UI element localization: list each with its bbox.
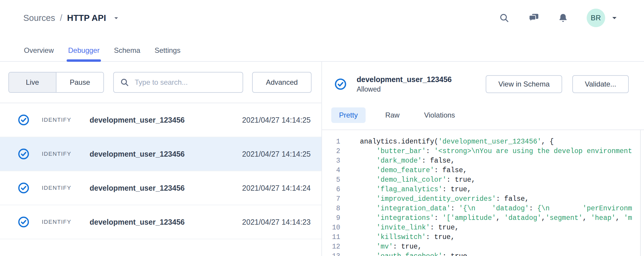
search-icon[interactable] bbox=[499, 13, 510, 23]
debugger-main: Live Pause Advanced IDENTIFY development… bbox=[0, 62, 644, 256]
code-text: 'flag_analytics': true, bbox=[340, 185, 471, 194]
code-line: 1analytics.identify('development_user_12… bbox=[322, 137, 644, 146]
check-circle-icon bbox=[18, 182, 29, 194]
line-number: 8 bbox=[322, 204, 340, 213]
code-block[interactable]: 1analytics.identify('development_user_12… bbox=[322, 130, 644, 256]
event-timestamp: 2021/04/27 14:14:24 bbox=[242, 184, 311, 192]
line-number: 12 bbox=[322, 242, 340, 252]
event-search[interactable] bbox=[113, 72, 243, 93]
header-actions: BR bbox=[499, 8, 618, 27]
live-pause-toggle: Live Pause bbox=[8, 72, 104, 93]
code-line: 6 'flag_analytics': true, bbox=[322, 185, 644, 194]
code-line: 7 'improved_identity_overrides': false, bbox=[322, 194, 644, 204]
event-name: development_user_123456 bbox=[90, 184, 242, 192]
code-text: 'butter_bar': '<strong>\nYou are using t… bbox=[340, 146, 632, 156]
code-line: 13 'oauth_facebook': true, bbox=[322, 252, 644, 256]
search-input-icon bbox=[120, 78, 129, 87]
view-in-schema-button[interactable]: View in Schema bbox=[486, 75, 562, 93]
status-badge: Allowed bbox=[357, 84, 452, 94]
code-line: 3 'dark_mode': false, bbox=[322, 156, 644, 166]
code-line: 2 'butter_bar': '<strong>\nYou are using… bbox=[322, 146, 644, 156]
code-text: 'demo_link_color': true, bbox=[340, 175, 475, 185]
check-circle-icon bbox=[18, 114, 29, 126]
event-name: development_user_123456 bbox=[90, 150, 242, 158]
code-line: 10 'invite_link': true, bbox=[322, 223, 644, 232]
event-type: IDENTIFY bbox=[42, 185, 90, 191]
code-line: 9 'integrations': '['amplitude', 'datado… bbox=[322, 213, 644, 223]
line-number: 3 bbox=[322, 156, 340, 166]
event-type: IDENTIFY bbox=[42, 117, 90, 123]
validate-button[interactable]: Validate... bbox=[572, 75, 629, 93]
code-text: 'integrations': '['amplitude', 'datadog'… bbox=[340, 213, 632, 223]
event-timestamp: 2021/04/27 14:14:23 bbox=[242, 218, 311, 226]
line-number: 13 bbox=[322, 252, 340, 256]
event-list-panel: Live Pause Advanced IDENTIFY development… bbox=[0, 62, 322, 256]
user-menu[interactable]: BR bbox=[587, 9, 618, 27]
line-number: 11 bbox=[322, 232, 340, 242]
line-number: 1 bbox=[322, 137, 340, 146]
pause-button[interactable]: Pause bbox=[56, 73, 103, 92]
app-header: Sources / HTTP API BR bbox=[0, 0, 644, 62]
event-row[interactable]: IDENTIFY development_user_123456 2021/04… bbox=[0, 205, 321, 239]
event-row[interactable]: IDENTIFY development_user_123456 2021/04… bbox=[0, 103, 321, 137]
avatar[interactable]: BR bbox=[587, 9, 605, 27]
code-text: 'mv': true, bbox=[340, 242, 422, 252]
event-detail-panel: development_user_123456 Allowed View in … bbox=[322, 62, 644, 256]
chat-icon[interactable] bbox=[528, 12, 539, 24]
event-name: development_user_123456 bbox=[90, 116, 242, 124]
code-text: 'invite_link': true, bbox=[340, 223, 459, 232]
check-circle-icon bbox=[18, 216, 29, 228]
event-timestamp: 2021/04/27 14:14:25 bbox=[242, 116, 311, 124]
event-row-selected[interactable]: IDENTIFY development_user_123456 2021/04… bbox=[0, 137, 321, 171]
check-circle-icon bbox=[335, 78, 346, 90]
search-input[interactable] bbox=[135, 78, 237, 87]
event-type: IDENTIFY bbox=[42, 151, 90, 157]
code-line: 8 'integration_data': '{\n 'datadog': {\… bbox=[322, 204, 644, 213]
event-detail-title: development_user_123456 bbox=[357, 74, 452, 84]
event-detail-header: development_user_123456 Allowed View in … bbox=[335, 73, 629, 95]
code-scrollbar-track[interactable] bbox=[640, 130, 641, 256]
breadcrumb-current-source: HTTP API bbox=[67, 13, 106, 23]
line-number: 6 bbox=[322, 185, 340, 194]
check-circle-icon bbox=[18, 148, 29, 160]
code-text: 'integration_data': '{\n 'datadog': {\n … bbox=[340, 204, 632, 213]
payload-view-tabs: Pretty Raw Violations bbox=[331, 107, 460, 123]
breadcrumb: Sources / HTTP API bbox=[23, 13, 119, 23]
tab-raw[interactable]: Raw bbox=[381, 107, 404, 123]
live-button[interactable]: Live bbox=[9, 73, 56, 92]
event-timestamp: 2021/04/27 14:14:25 bbox=[242, 150, 311, 158]
code-text: 'dark_mode': false, bbox=[340, 156, 455, 166]
event-row[interactable]: IDENTIFY development_user_123456 2021/04… bbox=[0, 171, 321, 205]
code-text: 'demo_feature': false, bbox=[340, 166, 467, 175]
event-type: IDENTIFY bbox=[42, 219, 90, 225]
advanced-button[interactable]: Advanced bbox=[252, 72, 312, 93]
line-number: 10 bbox=[322, 223, 340, 232]
user-menu-caret-icon[interactable] bbox=[611, 16, 618, 20]
source-switcher-caret-icon[interactable] bbox=[113, 16, 119, 20]
line-number: 2 bbox=[322, 146, 340, 156]
tab-violations[interactable]: Violations bbox=[419, 107, 460, 123]
line-number: 5 bbox=[322, 175, 340, 185]
code-text: 'killswitch': true, bbox=[340, 232, 455, 242]
code-line: 5 'demo_link_color': true, bbox=[322, 175, 644, 185]
code-line: 4 'demo_feature': false, bbox=[322, 166, 644, 175]
event-list-controls: Live Pause Advanced bbox=[0, 62, 321, 103]
tab-settings[interactable]: Settings bbox=[155, 46, 181, 61]
code-text: 'oauth_facebook': true, bbox=[340, 252, 471, 256]
tab-debugger[interactable]: Debugger bbox=[68, 46, 99, 61]
tab-overview[interactable]: Overview bbox=[24, 46, 54, 61]
breadcrumb-sources[interactable]: Sources bbox=[23, 13, 55, 23]
source-tabs: Overview Debugger Schema Settings bbox=[24, 46, 180, 61]
bell-icon[interactable] bbox=[558, 13, 568, 23]
line-number: 9 bbox=[322, 213, 340, 223]
code-text: 'improved_identity_overrides': false, bbox=[340, 194, 529, 204]
code-text: analytics.identify('development_user_123… bbox=[340, 137, 554, 146]
tab-pretty[interactable]: Pretty bbox=[331, 107, 366, 123]
code-line: 12 'mv': true, bbox=[322, 242, 644, 252]
event-name: development_user_123456 bbox=[90, 218, 242, 226]
breadcrumb-separator: / bbox=[60, 13, 62, 23]
code-line: 11 'killswitch': true, bbox=[322, 232, 644, 242]
tab-schema[interactable]: Schema bbox=[114, 46, 140, 61]
line-number: 4 bbox=[322, 166, 340, 175]
line-number: 7 bbox=[322, 194, 340, 204]
